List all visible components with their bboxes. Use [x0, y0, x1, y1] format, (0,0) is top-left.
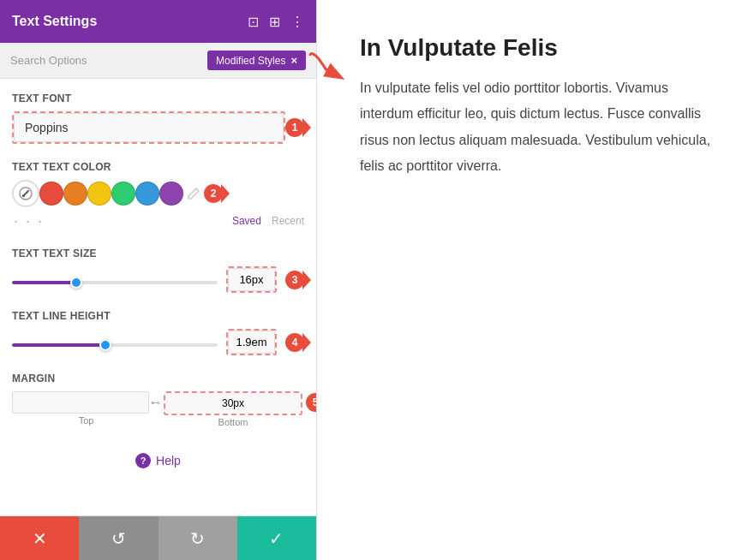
redo-button[interactable]: ↻ — [159, 516, 237, 560]
margin-bottom-input-row — [164, 391, 302, 415]
size-slider[interactable] — [12, 281, 218, 284]
help-icon: ? — [135, 453, 151, 468]
preview-body: In vulputate felis vel odio porttitor lo… — [360, 75, 711, 180]
preview-heading: In Vulputate Felis — [360, 34, 711, 62]
margin-bottom-dashed — [164, 391, 302, 415]
size-slider-row: 3 — [12, 266, 304, 293]
bottom-toolbar: ✕ ↺ ↻ ✓ — [0, 515, 316, 560]
margin-top-wrapper: ⊷ Top — [12, 391, 160, 426]
size-section: Text Text Size 3 — [12, 247, 304, 293]
line-height-section-label: Text Line Height — [12, 310, 304, 322]
size-section-label: Text Text Size — [12, 247, 304, 259]
color-picker-row: 2 — [12, 180, 304, 207]
font-select-wrapper: Poppins Roboto Open Sans ▾ — [12, 111, 285, 144]
panel-title: Text Settings — [12, 14, 97, 29]
color-swatch-orange[interactable] — [63, 182, 87, 206]
color-swatch-red[interactable] — [39, 182, 63, 206]
margin-section-label: Margin — [12, 372, 304, 384]
font-section-label: Text Font — [12, 92, 304, 104]
color-swatch-yellow[interactable] — [87, 182, 111, 206]
size-value-wrapper — [226, 266, 277, 293]
margin-section: Margin ⊷ Top Botto — [12, 372, 304, 427]
font-section: Text Font Poppins Roboto Open Sans ▾ 1 — [12, 92, 304, 144]
line-height-value-input[interactable] — [228, 331, 275, 354]
color-section-label: Text Text Color — [12, 161, 304, 173]
saved-recent-row: Saved Recent — [232, 215, 304, 227]
size-slider-track — [12, 272, 218, 288]
search-placeholder[interactable]: Search Options — [10, 54, 87, 67]
saved-label[interactable]: Saved — [232, 215, 261, 227]
preview-panel: In Vulputate Felis In vulputate felis ve… — [317, 0, 754, 560]
line-height-slider-track — [12, 335, 218, 350]
header-icons: ⊡ ⊞ ⋮ — [248, 14, 304, 30]
more-icon[interactable]: ⋮ — [290, 14, 304, 30]
color-dots: · · · — [12, 212, 44, 230]
save-button[interactable]: ✓ — [237, 516, 316, 560]
margin-top-label: Top — [79, 415, 94, 426]
margin-fields-row: ⊷ Top Bottom 5 — [12, 391, 304, 427]
eyedropper-button[interactable] — [12, 180, 39, 207]
font-select-row: Poppins Roboto Open Sans ▾ 1 — [12, 111, 304, 144]
undo-button[interactable]: ↺ — [79, 516, 158, 560]
modified-styles-close[interactable]: × — [290, 54, 297, 67]
margin-top-input-row: ⊷ — [12, 391, 160, 414]
line-height-value-wrapper — [226, 329, 277, 355]
margin-bottom-label: Bottom — [218, 417, 248, 427]
svg-point-2 — [22, 194, 25, 197]
line-height-badge-4: 4 — [285, 333, 304, 352]
margin-top-link-icon[interactable]: ⊷ — [151, 397, 160, 408]
color-swatch-green[interactable] — [111, 182, 135, 206]
margin-badge-5: 5 — [306, 393, 316, 412]
margin-bottom-input[interactable] — [165, 393, 301, 414]
settings-panel: Text Settings ⊡ ⊞ ⋮ Search Options Modif… — [0, 0, 317, 560]
margin-top-input[interactable] — [12, 391, 149, 414]
recent-label[interactable]: Recent — [272, 215, 304, 227]
line-height-slider-row: 4 — [12, 329, 304, 355]
font-select[interactable]: Poppins Roboto Open Sans — [14, 113, 284, 142]
modified-styles-badge[interactable]: Modified Styles × — [207, 51, 306, 70]
size-value-input[interactable] — [228, 268, 275, 291]
eyedropper-icon — [19, 187, 33, 200]
font-badge-1: 1 — [285, 118, 304, 137]
panel-content: Text Font Poppins Roboto Open Sans ▾ 1 T… — [0, 79, 316, 515]
cancel-button[interactable]: ✕ — [0, 516, 79, 560]
grid-icon[interactable]: ⊞ — [269, 14, 280, 30]
margin-bottom-wrapper: Bottom — [164, 391, 302, 427]
help-label: Help — [156, 454, 181, 468]
arrow-icon — [304, 39, 354, 89]
line-height-section: Text Line Height 4 — [12, 310, 304, 355]
help-row[interactable]: ? Help — [12, 444, 304, 477]
line-height-slider[interactable] — [12, 343, 218, 347]
size-badge-3: 3 — [285, 271, 304, 289]
color-badge-2: 2 — [204, 184, 223, 203]
modified-styles-label: Modified Styles — [216, 55, 285, 67]
color-pencil-icon[interactable] — [183, 183, 204, 204]
color-swatch-blue[interactable] — [135, 182, 159, 206]
color-section: Text Text Color — [12, 161, 304, 230]
color-swatch-purple[interactable] — [159, 182, 183, 206]
expand-icon[interactable]: ⊡ — [248, 14, 259, 30]
panel-header: Text Settings ⊡ ⊞ ⋮ — [0, 0, 316, 43]
search-bar: Search Options Modified Styles × — [0, 43, 316, 79]
arrow-indicator — [304, 39, 355, 96]
